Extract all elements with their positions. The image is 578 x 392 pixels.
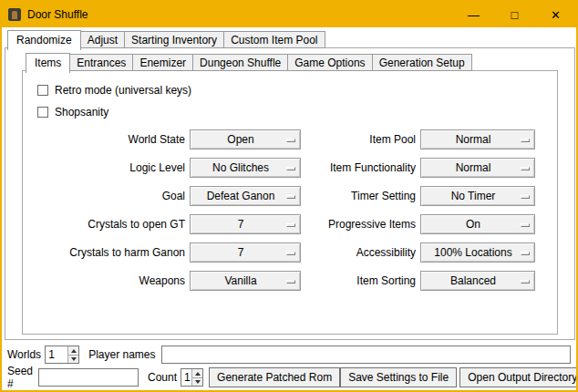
spin-down-icon[interactable] xyxy=(67,355,78,363)
dropdown-indicator-icon xyxy=(521,195,530,199)
tab-enemizer[interactable]: Enemizer xyxy=(132,54,193,71)
accessibility-label: Accessibility xyxy=(301,246,416,259)
dropdown-indicator-icon xyxy=(286,139,295,142)
dropdown-indicator-icon xyxy=(286,223,295,227)
crystals-harm-ganon-dropdown[interactable]: 7 xyxy=(190,242,301,263)
count-label: Count xyxy=(148,371,177,384)
weapons-label: Weapons xyxy=(23,274,185,287)
crystals-harm-ganon-label: Crystals to harm Ganon xyxy=(23,246,185,259)
window-controls: — □ ✕ xyxy=(453,2,576,27)
tab-items[interactable]: Items xyxy=(26,53,70,73)
inner-tab-bar: Items Entrances Enemizer Dungeon Shuffle… xyxy=(26,52,471,71)
worlds-spinbox[interactable] xyxy=(45,346,79,364)
progressive-items-dropdown[interactable]: On xyxy=(420,214,535,234)
option-row: Logic Level No Glitches Item Functionali… xyxy=(23,153,557,181)
maximize-icon[interactable]: □ xyxy=(494,2,535,27)
timer-setting-value: No Timer xyxy=(451,190,505,202)
tab-generation-setup[interactable]: Generation Setup xyxy=(372,54,472,71)
world-state-dropdown[interactable]: Open xyxy=(190,129,301,150)
option-row: World State Open Item Pool Normal xyxy=(23,125,557,153)
dropdown-indicator-icon xyxy=(521,167,530,170)
tab-dungeon-shuffle[interactable]: Dungeon Shuffle xyxy=(192,54,288,71)
tab-adjust[interactable]: Adjust xyxy=(80,31,125,48)
minimize-icon[interactable]: — xyxy=(453,2,494,27)
tab-entrances[interactable]: Entrances xyxy=(69,54,133,71)
item-sorting-label: Item Sorting xyxy=(301,274,416,287)
app-icon xyxy=(8,8,21,21)
crystals-open-gt-dropdown[interactable]: 7 xyxy=(190,214,301,234)
item-functionality-value: Normal xyxy=(456,161,501,174)
weapons-value: Vanilla xyxy=(224,274,265,287)
items-pane: Retro mode (universal keys) Shopsanity W… xyxy=(22,70,558,335)
worlds-input[interactable] xyxy=(46,348,67,361)
timer-setting-dropdown[interactable]: No Timer xyxy=(420,186,535,206)
worlds-spin-arrows xyxy=(67,346,78,363)
goal-value: Defeat Ganon xyxy=(207,190,284,202)
logic-level-value: No Glitches xyxy=(212,161,278,174)
accessibility-value: 100% Locations xyxy=(434,246,521,259)
outer-tab-bar: Randomize Adjust Starting Inventory Cust… xyxy=(7,29,325,48)
tab-randomize[interactable]: Randomize xyxy=(7,30,81,50)
retro-mode-checkbox-box[interactable] xyxy=(37,85,48,96)
dropdown-indicator-icon xyxy=(286,167,295,170)
player-names-label: Player names xyxy=(88,348,155,361)
worlds-label: Worlds xyxy=(7,348,41,361)
option-row: Weapons Vanilla Item Sorting Balanced xyxy=(23,266,557,294)
option-row: Crystals to harm Ganon 7 Accessibility 1… xyxy=(23,238,557,266)
crystals-open-gt-value: 7 xyxy=(238,218,253,231)
progressive-items-label: Progressive Items xyxy=(301,218,416,231)
timer-setting-label: Timer Setting xyxy=(301,190,416,202)
crystals-harm-ganon-value: 7 xyxy=(238,246,253,259)
goal-dropdown[interactable]: Defeat Ganon xyxy=(190,186,301,206)
retro-mode-label: Retro mode (universal keys) xyxy=(55,84,191,97)
world-state-label: World State xyxy=(23,133,185,146)
shopsanity-checkbox-box[interactable] xyxy=(37,107,48,118)
accessibility-dropdown[interactable]: 100% Locations xyxy=(420,242,535,263)
goal-label: Goal xyxy=(23,190,185,202)
dropdown-indicator-icon xyxy=(521,252,530,255)
tab-custom-item-pool[interactable]: Custom Item Pool xyxy=(223,31,325,48)
player-names-input[interactable] xyxy=(161,346,572,364)
logic-level-dropdown[interactable]: No Glitches xyxy=(190,158,301,178)
item-pool-value: Normal xyxy=(456,133,501,146)
weapons-dropdown[interactable]: Vanilla xyxy=(190,271,301,291)
count-spinbox[interactable] xyxy=(181,368,203,387)
dropdown-indicator-icon xyxy=(286,252,295,255)
spin-down-icon[interactable] xyxy=(191,377,202,386)
checkbox-group: Retro mode (universal keys) Shopsanity xyxy=(23,71,557,123)
option-row: Goal Defeat Ganon Timer Setting No Timer xyxy=(23,181,557,210)
tab-game-options[interactable]: Game Options xyxy=(287,54,372,71)
item-sorting-value: Balanced xyxy=(450,274,505,287)
item-sorting-dropdown[interactable]: Balanced xyxy=(420,271,535,291)
option-row: Crystals to open GT 7 Progressive Items … xyxy=(23,210,557,238)
save-settings-button[interactable]: Save Settings to File xyxy=(340,367,457,387)
count-spin-arrows xyxy=(191,369,202,386)
item-functionality-dropdown[interactable]: Normal xyxy=(420,158,535,178)
close-icon[interactable]: ✕ xyxy=(535,2,576,27)
worlds-row: Worlds Player names xyxy=(7,345,571,365)
tab-starting-inventory[interactable]: Starting Inventory xyxy=(124,31,224,48)
crystals-open-gt-label: Crystals to open GT xyxy=(23,218,185,231)
item-pool-dropdown[interactable]: Normal xyxy=(420,129,535,150)
checkbox-retro-mode[interactable]: Retro mode (universal keys) xyxy=(37,79,557,101)
item-pool-label: Item Pool xyxy=(301,133,416,146)
seed-row: Seed # Count Generate Patched Rom Save S… xyxy=(7,367,571,387)
dropdown-indicator-icon xyxy=(286,280,295,284)
dropdown-indicator-icon xyxy=(521,223,530,227)
titlebar[interactable]: Door Shuffle — □ ✕ xyxy=(2,2,576,27)
seed-input[interactable] xyxy=(38,368,139,387)
dropdown-indicator-icon xyxy=(521,139,530,142)
window-title: Door Shuffle xyxy=(27,8,88,21)
progressive-items-value: On xyxy=(466,218,490,231)
dropdown-indicator-icon xyxy=(286,195,295,199)
options-grid: World State Open Item Pool Normal Logic … xyxy=(23,125,557,294)
world-state-value: Open xyxy=(227,133,263,146)
open-output-directory-button[interactable]: Open Output Directory xyxy=(459,367,578,387)
checkbox-shopsanity[interactable]: Shopsanity xyxy=(37,101,557,123)
spin-up-icon[interactable] xyxy=(191,369,202,377)
generate-patched-rom-button[interactable]: Generate Patched Rom xyxy=(209,367,340,387)
spin-up-icon[interactable] xyxy=(67,346,78,355)
shopsanity-label: Shopsanity xyxy=(55,106,108,119)
item-functionality-label: Item Functionality xyxy=(301,161,416,174)
window: Door Shuffle — □ ✕ Randomize Adjust Star… xyxy=(0,0,578,392)
